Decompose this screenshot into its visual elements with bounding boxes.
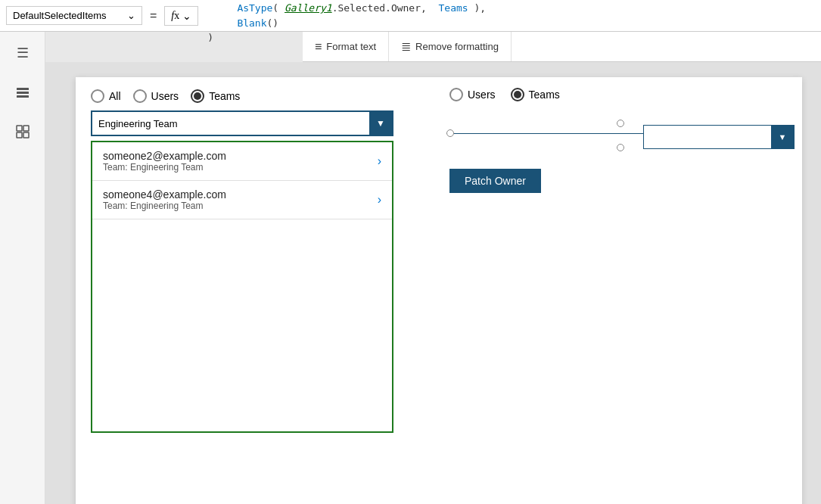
svg-rect-5 [17, 132, 22, 138]
connector-top-handle[interactable] [617, 120, 624, 127]
connector-bottom-handle[interactable] [617, 144, 624, 151]
radio-teams-circle[interactable] [191, 89, 204, 103]
right-panel: Users Teams [446, 88, 795, 193]
radio-all-circle[interactable] [91, 89, 104, 103]
radio-all-label: All [109, 90, 121, 102]
right-radio-teams[interactable]: Teams [511, 88, 560, 101]
property-select[interactable]: DefaultSelectedItems ⌄ [6, 6, 142, 25]
gallery-item-1-chevron[interactable]: › [378, 193, 381, 207]
svg-rect-1 [17, 92, 29, 94]
dropdown-arrow-icon[interactable]: ▼ [369, 110, 392, 136]
radio-users-circle[interactable] [133, 89, 147, 103]
gallery-item-1-team: Team: Engineering Team [103, 201, 226, 211]
svg-rect-4 [23, 126, 29, 131]
chevron-down-icon: ⌄ [127, 10, 135, 21]
left-sidebar: ☰ [0, 32, 45, 504]
fx-chevron: ⌄ [182, 10, 191, 22]
right-radio-teams-label: Teams [529, 89, 560, 101]
gallery-item-0-chevron[interactable]: › [378, 154, 381, 168]
svg-rect-6 [23, 132, 29, 138]
gallery-list: someone2@example.com Team: Engineering T… [91, 141, 393, 433]
svg-rect-0 [17, 88, 29, 90]
right-radio-users[interactable]: Users [449, 88, 496, 101]
right-dropdown-arrow[interactable]: ▼ [771, 125, 794, 149]
sidebar-menu-icon[interactable]: ☰ [11, 41, 35, 65]
formula-bar: DefaultSelectedItems ⌄ = fx ⌄ If( IsType… [0, 0, 821, 32]
gallery-item-0-text: someone2@example.com Team: Engineering T… [103, 150, 226, 173]
gallery-item-1-email: someone4@example.com [103, 188, 226, 201]
radio-all[interactable]: All [91, 89, 121, 103]
connector-area: ▼ [446, 112, 795, 154]
right-radio-teams-circle[interactable] [511, 88, 524, 101]
radio-teams[interactable]: Teams [191, 89, 240, 103]
radio-teams-label: Teams [209, 90, 240, 102]
patch-owner-button[interactable]: Patch Owner [449, 169, 541, 193]
connector-left-handle[interactable] [446, 129, 454, 137]
gallery-empty-area [92, 219, 392, 431]
right-dropdown[interactable]: ▼ [643, 125, 795, 149]
team-dropdown-value: Engineering Team [98, 118, 178, 129]
right-radio-users-label: Users [468, 89, 496, 101]
team-dropdown[interactable]: Engineering Team ▼ [91, 110, 393, 136]
fx-label: fx [171, 10, 179, 22]
radio-users[interactable]: Users [133, 89, 179, 103]
equals-sign: = [147, 9, 160, 23]
gallery-item-0[interactable]: someone2@example.com Team: Engineering T… [92, 142, 392, 181]
gallery-item-0-team: Team: Engineering Team [103, 162, 226, 173]
sidebar-grid-icon[interactable] [11, 120, 35, 144]
radio-users-label: Users [151, 90, 179, 102]
gallery-item-1[interactable]: someone4@example.com Team: Engineering T… [92, 181, 392, 219]
main-canvas: All Users Teams Engineering Team ▼ [45, 62, 821, 504]
gallery-item-1-text: someone4@example.com Team: Engineering T… [103, 188, 226, 211]
team-dropdown-container: Engineering Team ▼ [91, 110, 424, 136]
patch-owner-container: Patch Owner [446, 166, 795, 193]
right-radio-group: Users Teams [446, 88, 795, 101]
property-select-label: DefaultSelectedItems [13, 10, 107, 21]
sidebar-layers-icon[interactable] [11, 80, 35, 104]
svg-rect-3 [17, 126, 22, 131]
formula-code-block[interactable]: If( IsType( Gallery1.Selected.Owner, Tea… [203, 0, 815, 47]
gallery-item-0-email: someone2@example.com [103, 150, 226, 162]
right-radio-users-circle[interactable] [449, 88, 463, 101]
svg-rect-2 [17, 95, 29, 98]
app-canvas: All Users Teams Engineering Team ▼ [76, 77, 802, 504]
left-radio-group: All Users Teams [76, 77, 439, 110]
fx-button[interactable]: fx ⌄ [164, 6, 198, 26]
